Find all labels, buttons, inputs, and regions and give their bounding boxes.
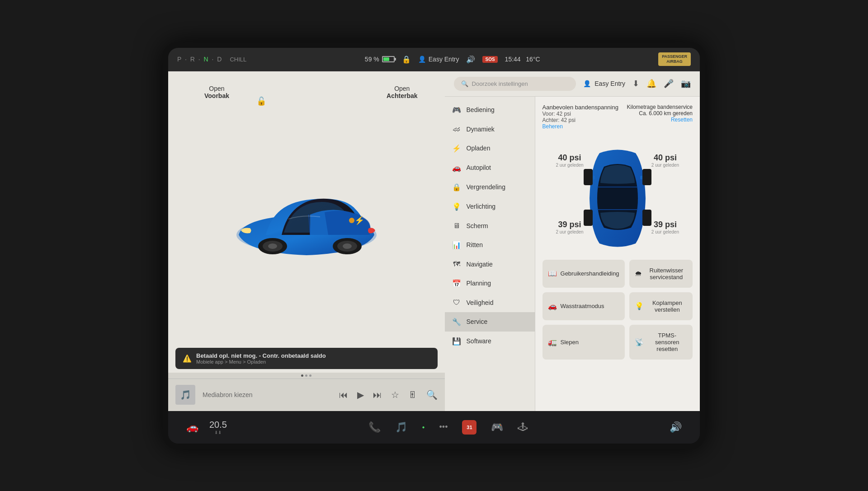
nav-item-dynamiek[interactable]: 🏎 Dynamiek: [445, 120, 535, 139]
search-icon: 🔍: [461, 80, 468, 87]
media-search-button[interactable]: 🔍: [426, 389, 438, 400]
taskbar-extra-button[interactable]: 🕹: [518, 421, 528, 433]
headlight-icon: 💡: [635, 302, 644, 310]
nav-item-ritten[interactable]: 📊 Ritten: [445, 235, 535, 255]
warning-bar: ⚠️ Betaald opl. niet mog. - Contr. onbet…: [175, 348, 438, 369]
screen-bezel: P · R · N · D CHILL 59 % 🔒 👤 Easy Entry …: [163, 42, 705, 449]
nav-item-opladen[interactable]: ⚡ Opladen: [445, 139, 535, 158]
wasstraat-button[interactable]: 🚗 Wasstraatmodus: [542, 292, 625, 320]
reset-link[interactable]: Resetten: [627, 117, 693, 123]
battery-fill: [383, 57, 389, 61]
media-next-button[interactable]: ⏭: [373, 390, 382, 400]
vergrendeling-icon: 🔒: [452, 183, 461, 192]
lock-icon: 🔒: [402, 55, 411, 64]
tire-rl-reading: 39 psi 2 uur geleden: [556, 220, 584, 234]
taskbar-left: 🚗 20.5 ⬇⬇: [186, 420, 227, 435]
ritten-icon: 📊: [452, 241, 461, 249]
settings-profile: 👤 Easy Entry: [583, 80, 625, 87]
taskbar-volume-icon: 🔊: [670, 421, 682, 433]
open-frunk-label[interactable]: Open Voorbak: [204, 85, 229, 99]
passenger-airbag-indicator: PASSENGERAIRBAG: [658, 52, 691, 66]
mic-icon[interactable]: 🎤: [664, 79, 674, 89]
ruitenwisser-button[interactable]: 🌧 Ruitenwisser servicestand: [629, 260, 693, 288]
open-trunk-label[interactable]: Open Achterbak: [387, 85, 417, 99]
media-controls: ⏮ ▶ ⏭ ☆ 🎚 🔍: [339, 389, 438, 400]
service-buttons: 📖 Gebruikershandleiding 🌧 Ruitenwisser s…: [542, 260, 693, 360]
taskbar-dot-indicator: ●: [422, 425, 425, 430]
svg-point-4: [268, 243, 277, 249]
verlichting-icon: 💡: [452, 202, 461, 211]
wiper-icon: 🌧: [635, 270, 642, 278]
taskbar-right: 🔊: [670, 421, 682, 433]
tpms-label: TPMS-sensoren resetten: [647, 332, 687, 352]
bell-icon[interactable]: 🔔: [646, 79, 656, 89]
nav-item-navigatie[interactable]: 🗺 Navigatie: [445, 255, 535, 274]
scroll-dot-1: [301, 374, 303, 377]
frunk-lock-icon: 🔓: [256, 96, 266, 106]
camera-icon[interactable]: 📷: [681, 79, 691, 89]
nav-item-software[interactable]: 💾 Software: [445, 332, 535, 351]
service-content: Aanbevolen bandenspanning Voor: 42 psi A…: [535, 97, 700, 411]
nav-label-verlichting: Verlichting: [467, 203, 496, 210]
nav-label-bediening: Bediening: [467, 106, 495, 113]
planning-icon: 📅: [452, 279, 461, 288]
profile-area: 👤 Easy Entry: [418, 56, 459, 63]
nav-item-bediening[interactable]: 🎮 Bediening: [445, 100, 535, 120]
taskbar-car-button[interactable]: 🚗: [186, 421, 198, 433]
koplampen-button[interactable]: 💡 Koplampen verstellen: [629, 292, 693, 320]
settings-body: 🎮 Bediening 🏎 Dynamiek ⚡ Opladen 🚗: [445, 97, 700, 411]
nav-item-scherm[interactable]: 🖥 Scherm: [445, 216, 535, 235]
tire-info-header: Aanbevolen bandenspanning Voor: 42 psi A…: [542, 104, 693, 130]
nav-item-verlichting[interactable]: 💡 Verlichting: [445, 197, 535, 216]
nav-label-planning: Planning: [467, 280, 491, 287]
download-icon[interactable]: ⬇: [632, 79, 639, 89]
car-view-area: Open Voorbak 🔓 Open Achterbak: [168, 71, 445, 344]
settings-profile-name: Easy Entry: [594, 80, 625, 87]
media-prev-button[interactable]: ⏮: [339, 390, 348, 400]
svg-rect-14: [584, 169, 593, 185]
car-top-view-svg: [581, 140, 654, 257]
taskbar-calendar-button[interactable]: 31: [462, 420, 476, 435]
car-top-view: [581, 140, 654, 248]
wiper-label: Ruitenwisser servicestand: [646, 267, 687, 281]
autopilot-icon: 🚗: [452, 164, 461, 172]
battery-percent: 59 %: [365, 56, 379, 63]
nav-label-software: Software: [467, 337, 491, 345]
svg-text:⚡: ⚡: [354, 215, 365, 225]
taskbar-phone-button[interactable]: 📞: [368, 421, 381, 433]
svg-point-7: [343, 243, 352, 249]
taskbar-apps-button[interactable]: 🎮: [491, 421, 503, 433]
media-play-button[interactable]: ▶: [357, 389, 364, 400]
scroll-dot-2: [305, 374, 307, 377]
taskbar-more-button[interactable]: •••: [439, 422, 448, 432]
settings-header: 🔍 Doorzoek instellingen 👤 Easy Entry ⬇ 🔔…: [445, 71, 700, 97]
taskbar-center: 📞 🎵 ● ••• 31 🎮 🕹: [368, 420, 528, 435]
scherm-icon: 🖥: [452, 222, 461, 230]
manage-link[interactable]: Beheren: [542, 123, 618, 130]
carwash-label: Wasstraatmodus: [561, 303, 604, 309]
tpms-icon: 📡: [635, 338, 644, 346]
handbook-label: Gebruikershandleiding: [561, 270, 619, 277]
nav-label-ritten: Ritten: [467, 241, 483, 248]
software-icon: 💾: [452, 337, 461, 346]
nav-item-veiligheid[interactable]: 🛡 Veiligheid: [445, 293, 535, 312]
taskbar-music-button[interactable]: 🎵: [395, 421, 407, 433]
nav-item-service[interactable]: 🔧 Service: [445, 312, 535, 332]
nav-label-vergrendeling: Vergrendeling: [467, 183, 505, 191]
media-equalizer-button[interactable]: 🎚: [408, 390, 417, 400]
bediening-icon: 🎮: [452, 106, 461, 114]
gebruikershandleiding-button[interactable]: 📖 Gebruikershandleiding: [542, 260, 625, 288]
nav-item-autopilot[interactable]: 🚗 Autopilot: [445, 158, 535, 178]
slepen-button[interactable]: 🚛 Slepen: [542, 325, 625, 360]
screen-inner: P · R · N · D CHILL 59 % 🔒 👤 Easy Entry …: [168, 48, 700, 444]
taskbar-odometer: 20.5: [209, 420, 227, 430]
nav-item-planning[interactable]: 📅 Planning: [445, 274, 535, 293]
media-favorite-button[interactable]: ☆: [391, 389, 399, 400]
scroll-dot-3: [309, 374, 311, 377]
sos-button[interactable]: SOS: [482, 56, 497, 63]
battery-icon: [382, 56, 395, 62]
nav-item-vergrendeling[interactable]: 🔒 Vergrendeling: [445, 178, 535, 197]
tpms-button[interactable]: 📡 TPMS-sensoren resetten: [629, 325, 693, 360]
time-display: 15:44 16°C: [505, 56, 540, 63]
search-box[interactable]: 🔍 Doorzoek instellingen: [454, 77, 576, 91]
